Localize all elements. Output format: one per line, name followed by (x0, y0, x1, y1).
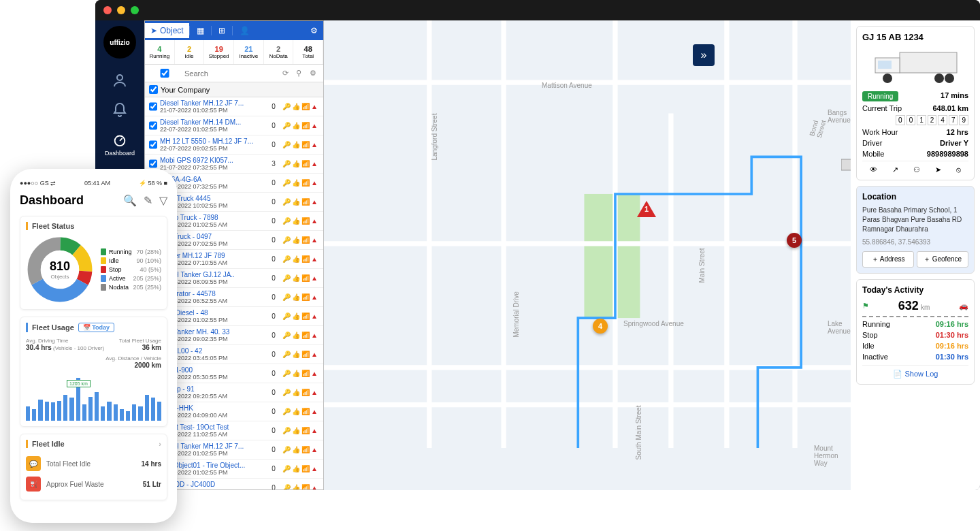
thumbs-up-icon: 👍 (292, 141, 300, 149)
status-stopped[interactable]: 19Stopped (204, 40, 234, 64)
settings-icon[interactable]: ⚙ (310, 69, 319, 78)
vehicle-row[interactable]: Diesel Tanker MH.12 JF 7...21-07-2022 01… (145, 97, 323, 116)
thumbs-up-icon: 👍 (292, 389, 300, 397)
fleet-status-card[interactable]: Fleet Status 810Objects Running70 (28%)I… (20, 216, 167, 310)
key-icon: 🔑 (282, 484, 291, 490)
trip-label: Current Trip (862, 104, 902, 112)
wifi-icon: 📶 (301, 217, 310, 225)
minimize-icon[interactable] (117, 6, 125, 14)
page-title: Dashboard (20, 193, 84, 208)
status-total[interactable]: 48Total (293, 40, 323, 64)
card-title: Fleet Status (26, 222, 161, 230)
vehicle-row[interactable]: MH 12 LT 5550 - MH.12 JF 7...22-07-2022 … (145, 135, 323, 155)
wifi-icon: 📶 (301, 427, 310, 435)
maximize-icon[interactable] (131, 6, 139, 14)
workhour-value: 12 hrs (947, 128, 968, 136)
idle-row: 💬Total Fleet Idle14 hrs (26, 453, 161, 474)
mobile-label: Mobile (862, 150, 884, 158)
vehicle-checkbox[interactable] (149, 121, 157, 130)
status-nodata[interactable]: 2NoData (264, 40, 294, 64)
map-pin-4[interactable]: 4 (593, 319, 608, 334)
share-icon[interactable]: ↗ (892, 165, 898, 174)
edit-icon[interactable]: ✎ (144, 194, 152, 207)
object-panel-header: ➤Object ▦ ⊞ 👤 ⚙ (145, 21, 323, 40)
key-icon: 🔑 (282, 160, 291, 168)
vehicle-checkbox[interactable] (149, 102, 157, 111)
window-titlebar (95, 0, 980, 20)
company-checkbox[interactable] (149, 85, 158, 94)
tab-grid[interactable]: ⊞ (211, 26, 232, 35)
alert-icon: ▲ (311, 312, 319, 321)
search-input[interactable] (184, 69, 278, 78)
gear-icon[interactable]: ⚙ (305, 26, 323, 35)
chevron-right-icon[interactable]: › (159, 440, 161, 448)
street-label: Springwood Avenue (623, 320, 684, 327)
filter-icon[interactable]: ⚲ (296, 69, 306, 78)
truck-icon[interactable] (841, 157, 851, 176)
wifi-icon: 📶 (301, 351, 310, 359)
search-icon[interactable]: 🔍 (123, 194, 137, 207)
wifi-icon: 📶 (301, 332, 310, 340)
key-icon: 🔑 (282, 236, 291, 244)
add-geofence-button[interactable]: ＋ Geofence (917, 251, 968, 268)
tab-object[interactable]: ➤Object (145, 23, 189, 38)
status-idle[interactable]: 2Idle (175, 40, 205, 64)
collapse-panel-button[interactable]: » (693, 44, 715, 66)
network-icon[interactable]: ⚇ (913, 165, 920, 174)
select-all-checkbox[interactable] (149, 69, 180, 78)
alert-icon: ▲ (311, 408, 319, 416)
alert-icon: ▲ (311, 179, 319, 187)
vehicle-row[interactable]: Mobi GPS 6972 KI057...21-07-2022 07:32:5… (145, 155, 323, 174)
sidebar-item-dashboard[interactable]: Dashboard (105, 132, 135, 157)
key-icon: 🔑 (282, 103, 291, 111)
fleet-usage-card[interactable]: Fleet Usage📅 Today Avg. Driving Time30.4… (20, 317, 167, 427)
company-group[interactable]: Your Company (145, 82, 323, 97)
vehicle-checkbox[interactable] (149, 140, 157, 149)
tab-user[interactable]: 👤 (232, 26, 257, 35)
thumbs-up-icon: 👍 (292, 427, 300, 435)
location-title: Location (862, 192, 968, 202)
alert-icon: ▲ (311, 141, 319, 149)
svg-rect-2 (584, 194, 640, 318)
key-icon: 🔑 (282, 351, 291, 359)
key-icon: 🔑 (282, 446, 291, 454)
status-summary-bar: 4Running 2Idle 19Stopped 21Inactive 2NoD… (145, 40, 323, 65)
user-icon[interactable] (112, 72, 128, 88)
eye-icon[interactable]: 👁 (870, 165, 877, 174)
app-body: uffizio Dashboard ➤Object ▦ ⊞ 👤 ⚙ 4Runni… (95, 20, 980, 490)
wifi-icon: 📶 (301, 484, 310, 490)
brand-logo[interactable]: uffizio (103, 26, 136, 59)
alert-icon: ▲ (311, 465, 319, 473)
mobile-value: 9898989898 (927, 150, 968, 158)
tab-calendar[interactable]: ▦ (189, 26, 211, 35)
close-icon[interactable] (103, 6, 112, 14)
status-running[interactable]: 4Running (145, 40, 175, 64)
thumbs-up-icon: 👍 (292, 408, 300, 416)
navigate-icon[interactable]: ➤ (935, 165, 941, 174)
chart-annotation: 1205 km (67, 380, 91, 387)
map-view[interactable]: Mattison Avenue Langford Street Memorial… (324, 20, 851, 490)
thumbs-up-icon: 👍 (292, 351, 300, 359)
map-pin-5[interactable]: 5 (787, 233, 802, 248)
filter-icon[interactable]: ▽ (159, 194, 167, 207)
vehicle-checkbox[interactable] (149, 159, 157, 168)
donut-chart: 810Objects (26, 236, 94, 304)
vehicle-row[interactable]: Diesel Tanker MH.14 DM...22-07-2022 01:0… (145, 116, 323, 135)
flag-icon: ⚑ (862, 302, 869, 310)
fleet-idle-card[interactable]: Fleet Idle› 💬Total Fleet Idle14 hrs⛽Appr… (20, 434, 167, 500)
show-log-button[interactable]: 📄Show Log (862, 365, 968, 379)
alert-icon: ▲ (311, 236, 319, 244)
immobilize-icon[interactable]: ⦸ (956, 165, 961, 174)
key-icon: 🔑 (282, 408, 291, 416)
refresh-icon[interactable]: ⟳ (282, 69, 292, 78)
alert-icon: ▲ (311, 293, 319, 302)
thumbs-up-icon: 👍 (292, 198, 300, 206)
thumbs-up-icon: 👍 (292, 312, 300, 321)
status-inactive[interactable]: 21Inactive (234, 40, 264, 64)
wifi-icon: 📶 (301, 293, 310, 302)
wifi-icon: 📶 (301, 141, 310, 149)
date-chip[interactable]: 📅 Today (78, 323, 114, 332)
alert-icon: ▲ (311, 198, 319, 206)
bell-icon[interactable] (112, 102, 128, 118)
add-address-button[interactable]: ＋ Address (862, 251, 914, 268)
